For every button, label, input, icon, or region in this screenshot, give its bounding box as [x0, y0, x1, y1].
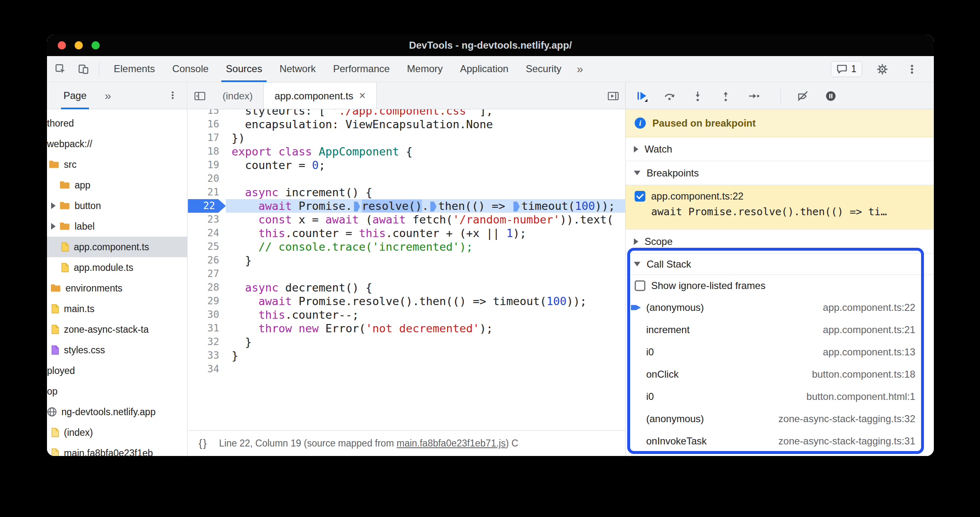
settings-gear-icon[interactable]: [873, 60, 892, 79]
breakpoint-entry[interactable]: app.component.ts:22 await Promise.resolv…: [626, 185, 934, 230]
step-into-icon[interactable]: [692, 90, 704, 102]
code-text[interactable]: async increment() {: [226, 186, 625, 199]
call-stack-frame[interactable]: incrementapp.component.ts:21: [626, 319, 934, 341]
code-text[interactable]: const x = await (await fetch('/random-nu…: [226, 213, 625, 226]
tab-sources[interactable]: Sources: [217, 56, 271, 82]
show-ignore-listed-frames-row[interactable]: Show ignore-listed frames: [626, 275, 934, 296]
call-stack-frame[interactable]: (anonymous)app.component.ts:22: [626, 296, 934, 319]
code-line[interactable]: 31 throw new Error('not decremented');: [188, 322, 625, 335]
code-text[interactable]: }: [226, 349, 625, 362]
call-stack-frame[interactable]: (anonymous)zone-async-stack-tagging.ts:3…: [626, 408, 934, 430]
deactivate-breakpoints-icon[interactable]: [797, 90, 809, 102]
expand-arrow-icon[interactable]: [51, 202, 56, 209]
line-number-16[interactable]: 16: [188, 118, 226, 131]
tree-item-webpack-[interactable]: webpack://: [47, 134, 187, 154]
code-line[interactable]: 17}): [188, 131, 625, 145]
line-number-17[interactable]: 17: [188, 131, 226, 145]
tree-item-app-component-ts[interactable]: app.component.ts: [47, 237, 187, 257]
tree-item-thored[interactable]: thored: [47, 113, 187, 134]
code-text[interactable]: this.counter--;: [226, 308, 625, 322]
tab-elements[interactable]: Elements: [105, 56, 164, 82]
tree-item-environments[interactable]: environments: [47, 278, 187, 298]
call-stack-frame[interactable]: onInvokeTaskzone-async-stack-tagging.ts:…: [626, 430, 934, 452]
step-out-icon[interactable]: [720, 90, 732, 102]
code-text[interactable]: counter = 0;: [226, 158, 625, 172]
tree-item-app[interactable]: app: [47, 175, 187, 195]
tab-console[interactable]: Console: [164, 56, 217, 82]
code-line[interactable]: 32 }: [188, 335, 625, 349]
tree-item-zone-async-stack-ta[interactable]: zone-async-stack-ta: [47, 319, 187, 340]
editor-tab-index[interactable]: (index): [212, 83, 263, 109]
code-text[interactable]: export class AppComponent {: [226, 145, 625, 158]
resume-icon[interactable]: [635, 90, 648, 102]
line-number-25[interactable]: 25: [188, 240, 226, 254]
source-map-link[interactable]: main.fa8bfa0e23f1eb71.js: [396, 438, 506, 449]
line-number-32[interactable]: 32: [188, 335, 226, 349]
line-number-21[interactable]: 21: [188, 186, 226, 199]
code-text[interactable]: throw new Error('not decremented');: [226, 322, 625, 335]
tree-item-app-module-ts[interactable]: app.module.ts: [47, 257, 187, 278]
code-line[interactable]: 20: [188, 172, 625, 186]
code-text[interactable]: [226, 172, 625, 186]
code-line[interactable]: 28 async decrement() {: [188, 281, 625, 294]
editor-tab-app-component[interactable]: app.component.ts ×: [263, 83, 377, 109]
more-tabs-chevron-icon[interactable]: »: [570, 57, 590, 82]
code-text[interactable]: }: [226, 335, 625, 349]
line-number-23[interactable]: 23: [188, 213, 226, 226]
line-number-29[interactable]: 29: [188, 294, 226, 308]
call-stack-frame[interactable]: i0button.component.html:1: [626, 385, 934, 408]
tree-item-ng-devtools-netlify-app[interactable]: ng-devtools.netlify.app: [47, 402, 187, 422]
line-number-19[interactable]: 19: [188, 158, 226, 172]
code-text[interactable]: async decrement() {: [226, 281, 625, 294]
code-line[interactable]: 24 this.counter = this.counter + (+x || …: [188, 226, 625, 240]
step-over-icon[interactable]: [663, 90, 676, 102]
hide-navigator-icon[interactable]: [188, 83, 212, 109]
section-call-stack[interactable]: Call Stack: [626, 254, 934, 275]
code-line[interactable]: 18export class AppComponent {: [188, 145, 625, 158]
tab-application[interactable]: Application: [451, 56, 517, 82]
issues-button[interactable]: 1: [831, 61, 862, 77]
code-line[interactable]: 19 counter = 0;: [188, 158, 625, 172]
tree-item-styles-css[interactable]: styles.css: [47, 340, 187, 360]
code-text[interactable]: this.counter = this.counter + (+x || 1);: [226, 226, 625, 240]
line-number-24[interactable]: 24: [188, 226, 226, 240]
code-line[interactable]: 34: [188, 362, 625, 376]
code-line[interactable]: 25 // console.trace('incremented');: [188, 240, 625, 254]
tab-performance[interactable]: Performance: [324, 56, 398, 82]
tree-item-src[interactable]: src: [47, 154, 187, 175]
more-menu-kebab-icon[interactable]: [903, 60, 921, 79]
close-tab-icon[interactable]: ×: [359, 89, 366, 102]
tree-item-label[interactable]: label: [47, 216, 187, 237]
editor-panel-toggle-icon[interactable]: [601, 83, 625, 109]
line-number-27[interactable]: 27: [188, 267, 226, 281]
show-ignore-checkbox[interactable]: [635, 280, 645, 291]
step-icon[interactable]: [748, 90, 760, 102]
tree-item-main-ts[interactable]: main.ts: [47, 298, 187, 319]
line-number-18[interactable]: 18: [188, 145, 226, 158]
line-number-30[interactable]: 30: [188, 308, 226, 322]
code-line[interactable]: 27: [188, 267, 625, 281]
code-text[interactable]: await Promise.resolve().then(() => timeo…: [226, 294, 625, 308]
async-step-marker-icon[interactable]: [430, 202, 436, 212]
call-stack-frame[interactable]: onClickbutton.component.ts:18: [626, 363, 934, 385]
tab-memory[interactable]: Memory: [399, 56, 452, 82]
tab-network[interactable]: Network: [271, 56, 324, 82]
tree-item-main-fa8bfa0e23f1eb[interactable]: main.fa8bfa0e23f1eb: [47, 443, 187, 456]
code-text[interactable]: [226, 267, 625, 281]
code-text[interactable]: styleUrls: [ './app.component.css' ],: [226, 109, 625, 118]
tree-item-ployed[interactable]: ployed: [47, 360, 187, 381]
line-number-20[interactable]: 20: [188, 172, 226, 186]
line-number-22[interactable]: 22: [188, 199, 226, 213]
code-line[interactable]: 30 this.counter--;: [188, 308, 625, 322]
code-text[interactable]: await Promise.resolve().then(() => timeo…: [226, 199, 625, 213]
async-step-marker-icon[interactable]: [354, 202, 360, 212]
pause-on-exceptions-icon[interactable]: [825, 90, 837, 102]
inspect-icon[interactable]: [51, 60, 70, 79]
section-scope[interactable]: Scope: [626, 230, 934, 254]
section-breakpoints[interactable]: Breakpoints: [626, 161, 934, 185]
code-line[interactable]: 26 }: [188, 254, 625, 267]
code-text[interactable]: }): [226, 131, 625, 145]
tree-item-button[interactable]: button: [47, 195, 187, 216]
tab-security[interactable]: Security: [517, 56, 570, 82]
code-text[interactable]: }: [226, 254, 625, 267]
